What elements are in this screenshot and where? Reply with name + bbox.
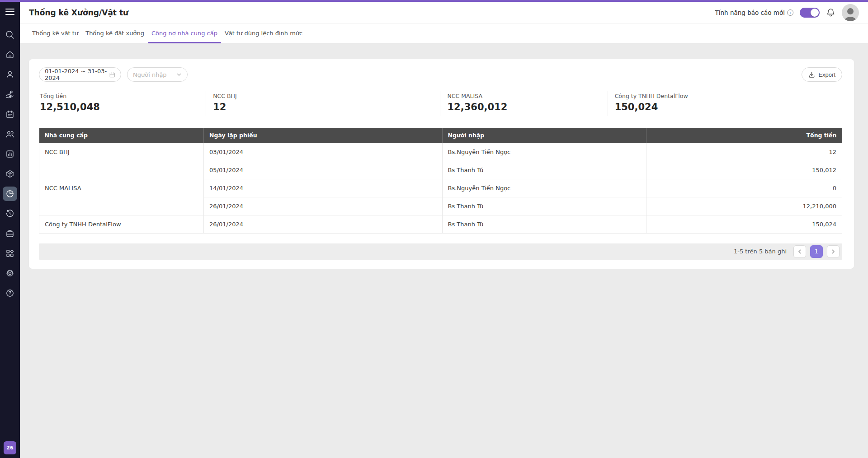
package-icon [3, 167, 17, 181]
feature-toggle-label: Tính năng báo cáo mới i [715, 9, 793, 16]
amount-cell: 12 [646, 143, 842, 161]
tab-thong-ke-dat-xuong[interactable]: Thống kê đặt xưởng [82, 23, 148, 43]
hand-coins-icon [3, 87, 17, 102]
supplier-debt-table: Nhà cung cấp Ngày lập phiếu Người nhập T… [39, 128, 842, 234]
amount-cell: 12,210,000 [646, 197, 842, 215]
summary-ncc-malisa: NCC MALISA 12,360,012 [440, 91, 608, 116]
page-header: Thống kê Xưởng/Vật tư Tính năng báo cáo … [20, 2, 868, 23]
col-header-person: Người nhập [442, 128, 646, 143]
supplier-cell: Công ty TNHH DentalFlow [39, 215, 204, 233]
bar-chart-icon [3, 147, 17, 161]
person-cell: Bs.Nguyễn Tiến Ngọc [442, 179, 646, 197]
date-range-value: 01-01-2024 ~ 31-03-2024 [45, 68, 109, 81]
tab-thong-ke-vat-tu[interactable]: Thống kê vật tư [28, 23, 82, 43]
help-circle-icon [3, 286, 17, 300]
supplier-cell: NCC BHJ [39, 143, 204, 161]
export-button[interactable]: Export [802, 67, 842, 82]
notification-bell-icon[interactable] [826, 8, 835, 17]
hamburger-menu-button[interactable] [0, 2, 20, 22]
date-cell: 14/01/2024 [204, 179, 442, 197]
sidebar-item-apps[interactable] [0, 243, 20, 263]
date-cell: 05/01/2024 [204, 161, 442, 179]
summary-label: Công ty TNHH DentalFlow [615, 93, 842, 99]
summary-ncc-bhj: NCC BHJ 12 [206, 91, 440, 116]
sidebar-item-settings[interactable] [0, 263, 20, 283]
summary-label: NCC BHJ [213, 93, 440, 99]
sidebar-item-customers[interactable] [0, 124, 20, 144]
date-cell: 26/01/2024 [204, 197, 442, 215]
info-icon[interactable]: i [787, 9, 793, 16]
download-icon [808, 71, 815, 78]
table-row: Công ty TNHH DentalFlow 26/01/2024 Bs Th… [39, 215, 842, 233]
summary-dentalflow: Công ty TNHH DentalFlow 150,024 [608, 91, 842, 116]
chevron-right-icon [830, 249, 836, 254]
filter-row: 01-01-2024 ~ 31-03-2024 Người nhập Expor… [39, 67, 842, 82]
sidebar-item-calendar[interactable] [0, 104, 20, 124]
chevron-down-icon [176, 72, 182, 77]
export-label: Export [818, 71, 835, 78]
person-cell: Bs Thanh Tú [442, 161, 646, 179]
pie-chart-icon [3, 187, 17, 201]
apps-grid-icon [3, 246, 17, 261]
sidebar-item-finance[interactable] [0, 84, 20, 104]
sidebar-item-search[interactable] [0, 25, 20, 45]
table-row: NCC BHJ 03/01/2024 Bs.Nguyễn Tiến Ngọc 1… [39, 143, 842, 161]
top-accent-bar [0, 0, 868, 2]
amount-cell: 0 [646, 179, 842, 197]
sidebar-logo-badge[interactable]: 26 [4, 441, 16, 454]
person-icon [3, 67, 17, 82]
pagination-next-button[interactable] [827, 245, 840, 258]
sidebar-item-inventory[interactable] [0, 164, 20, 184]
page-title: Thống kê Xưởng/Vật tư [29, 8, 128, 17]
chevron-left-icon [797, 249, 802, 254]
tab-vat-tu-dung-lech-dinh-muc[interactable]: Vật tư dùng lệch định mức [221, 23, 306, 43]
sidebar: 26 [0, 2, 20, 458]
summary-row: Tổng tiền 12,510,048 NCC BHJ 12 NCC MALI… [39, 91, 842, 116]
pagination-page-1[interactable]: 1 [810, 245, 823, 258]
gear-icon [3, 266, 17, 280]
sidebar-item-help[interactable] [0, 283, 20, 303]
tab-bar: Thống kê vật tư Thống kê đặt xưởng Công … [20, 23, 868, 43]
sidebar-item-statistics[interactable] [0, 184, 20, 204]
history-clock-icon [3, 206, 17, 221]
feature-toggle-switch[interactable] [800, 8, 820, 18]
feature-toggle-text: Tính năng báo cáo mới [715, 9, 785, 16]
calendar-icon [109, 71, 115, 78]
amount-cell: 150,024 [646, 215, 842, 233]
table-header-row: Nhà cung cấp Ngày lập phiếu Người nhập T… [39, 128, 842, 143]
tab-cong-no-nha-cung-cap[interactable]: Công nợ nhà cung cấp [148, 23, 221, 43]
sidebar-item-patient[interactable] [0, 65, 20, 84]
user-avatar[interactable] [842, 4, 859, 21]
table-row: NCC MALISA 05/01/2024 Bs Thanh Tú 150,01… [39, 161, 842, 179]
col-header-date: Ngày lập phiếu [204, 128, 442, 143]
calendar-icon [3, 107, 17, 122]
summary-value: 12 [213, 102, 440, 112]
person-cell: Bs Thanh Tú [442, 215, 646, 233]
content-card: 01-01-2024 ~ 31-03-2024 Người nhập Expor… [28, 59, 854, 269]
people-icon [3, 127, 17, 141]
sidebar-nav [0, 25, 20, 303]
sidebar-item-history[interactable] [0, 204, 20, 224]
sidebar-item-workshop[interactable] [0, 224, 20, 243]
person-select[interactable]: Người nhập [127, 67, 188, 82]
summary-value: 12,510,048 [40, 102, 206, 112]
pagination-prev-button[interactable] [793, 245, 806, 258]
main-area: Thống kê Xưởng/Vật tư Tính năng báo cáo … [20, 2, 868, 458]
summary-label: Tổng tiền [40, 93, 206, 99]
briefcase-icon [3, 226, 17, 241]
summary-total: Tổng tiền 12,510,048 [39, 91, 206, 116]
sidebar-item-home[interactable] [0, 45, 20, 65]
date-cell: 26/01/2024 [204, 215, 442, 233]
summary-value: 12,360,012 [447, 102, 607, 112]
header-right: Tính năng báo cáo mới i [715, 4, 859, 21]
sidebar-item-reports[interactable] [0, 144, 20, 164]
home-icon [3, 47, 17, 62]
person-cell: Bs Thanh Tú [442, 197, 646, 215]
col-header-supplier: Nhà cung cấp [39, 128, 204, 143]
person-select-placeholder: Người nhập [133, 71, 167, 78]
toggle-knob [811, 9, 819, 17]
date-cell: 03/01/2024 [204, 143, 442, 161]
search-icon [3, 28, 17, 42]
supplier-cell: NCC MALISA [39, 161, 204, 215]
date-range-picker[interactable]: 01-01-2024 ~ 31-03-2024 [39, 67, 121, 82]
